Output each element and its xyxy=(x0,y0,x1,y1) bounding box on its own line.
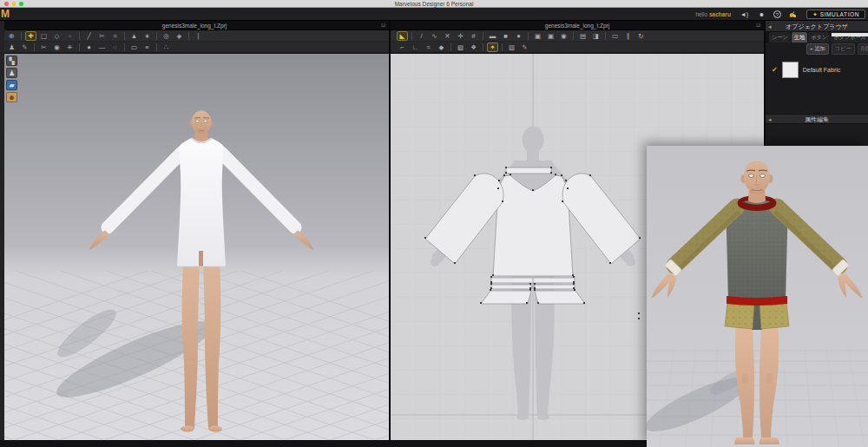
window-title: Marvelous Designer 6 Personal xyxy=(0,0,868,8)
object-browser-header: ◂ オブジェクトブラウザ xyxy=(766,21,868,32)
panel-divider[interactable] xyxy=(389,21,391,440)
internal-circle-tool[interactable]: ◉ xyxy=(558,31,569,41)
3d-toolbar-row2: ♟✎✂◉✳●—◌▭≡∴ xyxy=(0,42,389,53)
edit-pattern-tool[interactable]: / xyxy=(416,31,427,41)
toolbar-separator xyxy=(573,32,574,40)
base-line-tool[interactable]: ◨ xyxy=(590,31,602,41)
toolbar-separator xyxy=(124,32,125,40)
toolbar-separator xyxy=(483,43,483,51)
internal-polygon-tool[interactable]: ▣ xyxy=(532,31,543,41)
toolbar-separator xyxy=(156,32,157,40)
rectangle-tool[interactable]: ■ xyxy=(500,31,511,41)
volume-icon[interactable]: ◄) xyxy=(739,11,750,17)
simulation-button[interactable]: ✦ SIMULATION xyxy=(806,10,865,19)
layers-tool[interactable]: ≡ xyxy=(141,43,153,52)
toolbar-separator xyxy=(528,32,529,40)
segment-sewing-2d-tool[interactable]: ∟ xyxy=(410,43,421,52)
fabric-name: Default Fabric xyxy=(803,67,841,73)
3d-window-icon[interactable]: ⊡ xyxy=(381,21,385,30)
2d-window-icon[interactable]: ⊡ xyxy=(756,21,760,30)
texture-edit-tool[interactable]: ▧ xyxy=(455,43,466,52)
add-fabric-button[interactable]: + 追加 xyxy=(806,43,829,55)
collapse-arrow-icon[interactable]: ◂ xyxy=(768,21,772,32)
ob-tab-fabric[interactable]: 生地 xyxy=(792,32,807,43)
account-icon[interactable]: ☻ xyxy=(756,11,767,17)
select-mesh-tool[interactable]: ▫ xyxy=(64,31,76,41)
edit-curvature-tool[interactable]: ∿ xyxy=(429,31,440,41)
flower-pattern-tool[interactable]: ✳ xyxy=(64,43,76,52)
ob-tab-button[interactable]: ボタン xyxy=(808,32,830,43)
add-point-tool[interactable]: ✛ xyxy=(455,31,466,41)
toolbar-separator xyxy=(188,32,189,40)
tape-measure-tool[interactable]: ◉ xyxy=(51,43,62,52)
edit-curve-point-tool[interactable]: ✕ xyxy=(442,31,453,41)
dart-tool[interactable]: ▤ xyxy=(577,31,589,41)
internal-rect-tool[interactable]: ▣ xyxy=(545,31,556,41)
show-seam-toggle[interactable]: ✦ xyxy=(487,43,498,52)
dots-tool[interactable]: ∴ xyxy=(161,43,172,52)
pattern-outline-tool[interactable]: ❖ xyxy=(468,43,479,52)
segment-sewing-tool[interactable]: ✂ xyxy=(96,31,108,41)
pin-box-tool[interactable]: ◎ xyxy=(161,31,172,41)
avatar-pose-tool[interactable]: ♟ xyxy=(6,43,17,52)
fabric-display-icon[interactable]: ▰ xyxy=(6,80,17,90)
safety-pin-tool[interactable]: ◈ xyxy=(174,31,185,41)
sewing-edit-tool[interactable]: ╱ xyxy=(83,31,95,41)
delete-fabric-button[interactable]: 削除 xyxy=(858,43,868,55)
free-sewing-tool[interactable]: ≈ xyxy=(109,31,121,41)
screen-edge-strip xyxy=(0,21,4,440)
sewing-edit-2d-tool[interactable]: ⌐ xyxy=(397,43,408,52)
grain-line-tool[interactable]: ▥ xyxy=(506,43,517,52)
fold-arrangement-tool[interactable]: ◆ xyxy=(436,43,447,52)
2d-panel-tabbar: genesis3male_long_t.Zprj ⊡ xyxy=(391,21,764,30)
avatar-display-icon[interactable]: ♟ xyxy=(6,68,17,78)
sync-tool[interactable]: ↻ xyxy=(635,31,647,41)
toolbar-separator xyxy=(79,43,80,51)
fabric-swatch[interactable] xyxy=(782,62,799,78)
pleats-tool[interactable]: ∥ xyxy=(622,31,634,41)
object-browser-title: オブジェクトブラウザ xyxy=(766,21,868,32)
3d-toolbar-row1: ⊕✚▢◇▫╱✂≈▲∗◎◈∣ xyxy=(0,30,389,42)
marker-tool[interactable]: ∣ xyxy=(193,31,204,41)
pin-tool[interactable]: ✚ xyxy=(25,31,36,41)
help-icon[interactable]: ? xyxy=(773,10,781,18)
gesture-icon[interactable]: ✍ xyxy=(787,11,799,18)
trace-tool[interactable]: ▭ xyxy=(609,31,621,41)
user-greeting: hello sacharu xyxy=(695,11,730,17)
2d-project-tab[interactable]: genesis3male_long_t.Zprj xyxy=(391,21,764,30)
polygon-tool[interactable]: ▬ xyxy=(487,31,498,41)
garment-fit-tool[interactable]: ▲ xyxy=(128,31,140,41)
collapse-arrow-icon[interactable]: ◂ xyxy=(768,115,772,125)
avatar-edit-tool[interactable]: ✎ xyxy=(19,43,30,52)
select-lasso-tool[interactable]: ◇ xyxy=(51,31,62,41)
ob-tab-scene[interactable]: シーン xyxy=(769,32,791,43)
avatar-scissors-tool[interactable]: ✂ xyxy=(38,43,49,52)
copy-fabric-button[interactable]: コピー xyxy=(832,43,855,55)
fabric-list-item[interactable]: ✔ Default Fabric xyxy=(766,59,868,80)
simulate-icon: ✦ xyxy=(812,11,818,18)
toolbar-separator xyxy=(411,32,412,40)
transform-pattern-tool[interactable]: ◣ xyxy=(397,31,408,41)
fabric-action-buttons: + 追加コピー削除 xyxy=(766,43,868,55)
toolbar-separator xyxy=(450,43,451,51)
avatar-head-icon[interactable]: ☻ xyxy=(6,92,17,102)
2d-toolbar-row1: ◣/∿✕✛#▬■●▣▣◉▤◨▭∥↻ xyxy=(391,30,764,42)
free-sewing-2d-tool[interactable]: ≈ xyxy=(423,43,434,52)
edit-seam-tool[interactable]: # xyxy=(468,31,479,41)
3d-project-tab[interactable]: genesis3male_long_t.Zprj xyxy=(0,21,389,30)
circle-tool[interactable]: ● xyxy=(513,31,524,41)
annotation-tool[interactable]: ✎ xyxy=(519,43,530,52)
3d-viewport[interactable] xyxy=(0,54,389,440)
toolbar-separator xyxy=(21,32,22,40)
garment-display-icon[interactable]: ▚ xyxy=(6,56,17,66)
wind-tool[interactable]: ◌ xyxy=(109,43,121,52)
arrangement-points-tool[interactable]: ∗ xyxy=(141,31,153,41)
toolbar-separator xyxy=(34,43,35,51)
marvelous-designer-window: Marvelous Designer 6 Personal M hello sa… xyxy=(0,0,868,447)
hand-tool[interactable]: ⊕ xyxy=(6,31,17,41)
check-icon[interactable]: ✔ xyxy=(772,66,778,74)
sphere-tool[interactable]: ● xyxy=(83,43,95,52)
line-tool[interactable]: — xyxy=(96,43,108,52)
plane-tool[interactable]: ▭ xyxy=(128,43,140,52)
select-box-tool[interactable]: ▢ xyxy=(38,31,49,41)
